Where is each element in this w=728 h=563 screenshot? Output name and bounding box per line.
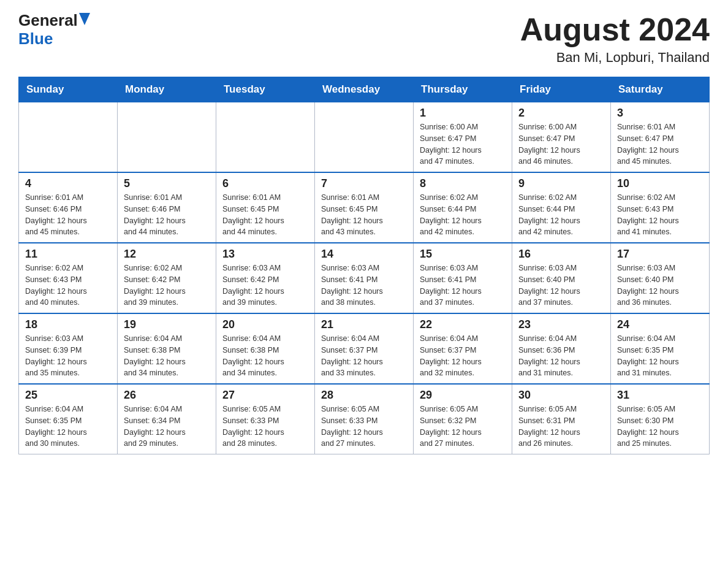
page-header: General Blue August 2024 Ban Mi, Lopburi… <box>18 12 710 66</box>
day-info: Sunrise: 6:05 AM Sunset: 6:31 PM Dayligh… <box>518 404 604 450</box>
logo-blue: Blue <box>18 29 53 48</box>
col-header-wednesday: Wednesday <box>315 77 414 102</box>
calendar-cell <box>315 102 414 173</box>
col-header-sunday: Sunday <box>19 77 118 102</box>
day-number: 19 <box>124 318 210 331</box>
calendar-cell: 3Sunrise: 6:01 AM Sunset: 6:47 PM Daylig… <box>611 102 710 173</box>
calendar-cell: 22Sunrise: 6:04 AM Sunset: 6:37 PM Dayli… <box>414 313 512 384</box>
day-number: 17 <box>617 248 703 261</box>
day-info: Sunrise: 6:04 AM Sunset: 6:38 PM Dayligh… <box>124 333 210 379</box>
day-number: 11 <box>25 248 111 261</box>
day-number: 31 <box>617 389 703 402</box>
title-block: August 2024 Ban Mi, Lopburi, Thailand <box>520 12 710 66</box>
calendar-cell <box>19 102 118 173</box>
calendar-cell: 26Sunrise: 6:04 AM Sunset: 6:34 PM Dayli… <box>118 384 216 454</box>
calendar-cell: 9Sunrise: 6:02 AM Sunset: 6:44 PM Daylig… <box>512 172 611 243</box>
day-number: 9 <box>518 177 604 190</box>
day-number: 21 <box>321 318 407 331</box>
month-title: August 2024 <box>520 12 710 47</box>
day-number: 13 <box>222 248 308 261</box>
calendar-cell: 15Sunrise: 6:03 AM Sunset: 6:41 PM Dayli… <box>414 243 512 313</box>
day-number: 3 <box>617 107 703 120</box>
calendar-week-row: 4Sunrise: 6:01 AM Sunset: 6:46 PM Daylig… <box>19 172 710 243</box>
svg-marker-0 <box>79 13 90 25</box>
day-info: Sunrise: 6:01 AM Sunset: 6:45 PM Dayligh… <box>222 192 308 238</box>
calendar-cell: 4Sunrise: 6:01 AM Sunset: 6:46 PM Daylig… <box>19 172 118 243</box>
calendar-cell: 12Sunrise: 6:02 AM Sunset: 6:42 PM Dayli… <box>118 243 216 313</box>
calendar-cell: 11Sunrise: 6:02 AM Sunset: 6:43 PM Dayli… <box>19 243 118 313</box>
day-info: Sunrise: 6:01 AM Sunset: 6:46 PM Dayligh… <box>25 192 111 238</box>
day-info: Sunrise: 6:04 AM Sunset: 6:34 PM Dayligh… <box>124 404 210 450</box>
calendar-cell: 28Sunrise: 6:05 AM Sunset: 6:33 PM Dayli… <box>315 384 414 454</box>
day-info: Sunrise: 6:03 AM Sunset: 6:41 PM Dayligh… <box>321 262 407 308</box>
day-number: 15 <box>420 248 506 261</box>
day-info: Sunrise: 6:00 AM Sunset: 6:47 PM Dayligh… <box>518 121 604 167</box>
day-number: 18 <box>25 318 111 331</box>
day-info: Sunrise: 6:04 AM Sunset: 6:35 PM Dayligh… <box>617 333 703 379</box>
day-info: Sunrise: 6:02 AM Sunset: 6:44 PM Dayligh… <box>420 192 506 238</box>
day-info: Sunrise: 6:03 AM Sunset: 6:40 PM Dayligh… <box>518 262 604 308</box>
calendar-cell: 1Sunrise: 6:00 AM Sunset: 6:47 PM Daylig… <box>414 102 512 173</box>
day-number: 6 <box>222 177 308 190</box>
calendar-cell: 7Sunrise: 6:01 AM Sunset: 6:45 PM Daylig… <box>315 172 414 243</box>
calendar-cell: 18Sunrise: 6:03 AM Sunset: 6:39 PM Dayli… <box>19 313 118 384</box>
day-number: 14 <box>321 248 407 261</box>
day-info: Sunrise: 6:04 AM Sunset: 6:35 PM Dayligh… <box>25 404 111 450</box>
logo: General Blue <box>18 12 90 48</box>
calendar-week-row: 18Sunrise: 6:03 AM Sunset: 6:39 PM Dayli… <box>19 313 710 384</box>
day-info: Sunrise: 6:03 AM Sunset: 6:40 PM Dayligh… <box>617 262 703 308</box>
calendar-cell: 16Sunrise: 6:03 AM Sunset: 6:40 PM Dayli… <box>512 243 611 313</box>
calendar-cell: 23Sunrise: 6:04 AM Sunset: 6:36 PM Dayli… <box>512 313 611 384</box>
day-info: Sunrise: 6:04 AM Sunset: 6:37 PM Dayligh… <box>420 333 506 379</box>
day-info: Sunrise: 6:01 AM Sunset: 6:47 PM Dayligh… <box>617 121 703 167</box>
calendar-week-row: 11Sunrise: 6:02 AM Sunset: 6:43 PM Dayli… <box>19 243 710 313</box>
day-number: 2 <box>518 107 604 120</box>
calendar-cell: 21Sunrise: 6:04 AM Sunset: 6:37 PM Dayli… <box>315 313 414 384</box>
calendar-cell: 5Sunrise: 6:01 AM Sunset: 6:46 PM Daylig… <box>118 172 216 243</box>
calendar-cell: 13Sunrise: 6:03 AM Sunset: 6:42 PM Dayli… <box>216 243 315 313</box>
day-number: 12 <box>124 248 210 261</box>
col-header-friday: Friday <box>512 77 611 102</box>
day-number: 23 <box>518 318 604 331</box>
calendar-week-row: 25Sunrise: 6:04 AM Sunset: 6:35 PM Dayli… <box>19 384 710 454</box>
day-info: Sunrise: 6:02 AM Sunset: 6:44 PM Dayligh… <box>518 192 604 238</box>
day-number: 25 <box>25 389 111 402</box>
day-info: Sunrise: 6:04 AM Sunset: 6:37 PM Dayligh… <box>321 333 407 379</box>
location-title: Ban Mi, Lopburi, Thailand <box>520 50 710 66</box>
logo-triangle-icon <box>79 13 90 25</box>
calendar-cell: 24Sunrise: 6:04 AM Sunset: 6:35 PM Dayli… <box>611 313 710 384</box>
day-number: 24 <box>617 318 703 331</box>
day-info: Sunrise: 6:05 AM Sunset: 6:32 PM Dayligh… <box>420 404 506 450</box>
calendar-cell: 10Sunrise: 6:02 AM Sunset: 6:43 PM Dayli… <box>611 172 710 243</box>
day-info: Sunrise: 6:03 AM Sunset: 6:39 PM Dayligh… <box>25 333 111 379</box>
day-info: Sunrise: 6:02 AM Sunset: 6:42 PM Dayligh… <box>124 262 210 308</box>
calendar-cell: 20Sunrise: 6:04 AM Sunset: 6:38 PM Dayli… <box>216 313 315 384</box>
day-info: Sunrise: 6:05 AM Sunset: 6:33 PM Dayligh… <box>222 404 308 450</box>
calendar-cell: 14Sunrise: 6:03 AM Sunset: 6:41 PM Dayli… <box>315 243 414 313</box>
day-info: Sunrise: 6:02 AM Sunset: 6:43 PM Dayligh… <box>25 262 111 308</box>
day-number: 28 <box>321 389 407 402</box>
day-number: 10 <box>617 177 703 190</box>
day-info: Sunrise: 6:05 AM Sunset: 6:30 PM Dayligh… <box>617 404 703 450</box>
calendar-cell: 6Sunrise: 6:01 AM Sunset: 6:45 PM Daylig… <box>216 172 315 243</box>
calendar-cell: 8Sunrise: 6:02 AM Sunset: 6:44 PM Daylig… <box>414 172 512 243</box>
day-info: Sunrise: 6:02 AM Sunset: 6:43 PM Dayligh… <box>617 192 703 238</box>
day-number: 20 <box>222 318 308 331</box>
day-info: Sunrise: 6:04 AM Sunset: 6:36 PM Dayligh… <box>518 333 604 379</box>
calendar-week-row: 1Sunrise: 6:00 AM Sunset: 6:47 PM Daylig… <box>19 102 710 173</box>
col-header-monday: Monday <box>118 77 216 102</box>
day-number: 16 <box>518 248 604 261</box>
col-header-tuesday: Tuesday <box>216 77 315 102</box>
day-info: Sunrise: 6:00 AM Sunset: 6:47 PM Dayligh… <box>420 121 506 167</box>
day-number: 26 <box>124 389 210 402</box>
day-number: 30 <box>518 389 604 402</box>
day-info: Sunrise: 6:03 AM Sunset: 6:41 PM Dayligh… <box>420 262 506 308</box>
col-header-thursday: Thursday <box>414 77 512 102</box>
calendar-cell: 19Sunrise: 6:04 AM Sunset: 6:38 PM Dayli… <box>118 313 216 384</box>
calendar-cell: 30Sunrise: 6:05 AM Sunset: 6:31 PM Dayli… <box>512 384 611 454</box>
day-info: Sunrise: 6:01 AM Sunset: 6:45 PM Dayligh… <box>321 192 407 238</box>
day-number: 29 <box>420 389 506 402</box>
calendar-cell <box>216 102 315 173</box>
logo-general: General <box>18 12 78 28</box>
day-info: Sunrise: 6:04 AM Sunset: 6:38 PM Dayligh… <box>222 333 308 379</box>
